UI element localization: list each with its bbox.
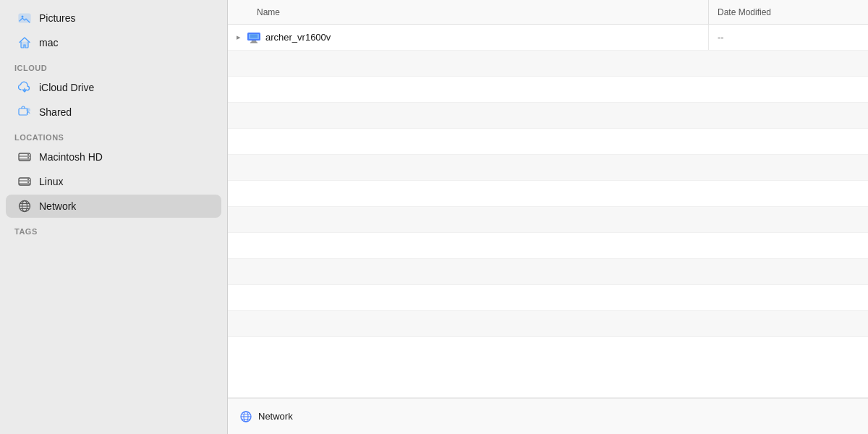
sidebar-item-label-linux: Linux bbox=[39, 176, 63, 187]
tags-section-label: Tags bbox=[0, 218, 227, 239]
file-name: archer_vr1600v bbox=[265, 32, 331, 43]
sidebar-item-shared[interactable]: Shared bbox=[6, 101, 221, 124]
table-row bbox=[228, 129, 868, 155]
table-row bbox=[228, 233, 868, 259]
table-row bbox=[228, 285, 868, 311]
svg-point-1 bbox=[22, 16, 24, 18]
svg-point-7 bbox=[27, 154, 29, 156]
sidebar-item-label-mac: mac bbox=[39, 37, 58, 48]
pictures-icon bbox=[17, 11, 32, 25]
column-headers: Name Date Modified bbox=[228, 0, 868, 25]
bottom-bar-label: Network bbox=[258, 411, 293, 422]
table-row bbox=[228, 51, 868, 77]
table-row bbox=[228, 207, 868, 233]
column-name-header: Name bbox=[228, 0, 709, 24]
sidebar-item-label-pictures: Pictures bbox=[39, 12, 76, 24]
column-date-header: Date Modified bbox=[709, 0, 868, 24]
sidebar: Pictures mac iCloud iCloud Drive bbox=[0, 0, 228, 434]
svg-point-13 bbox=[27, 182, 29, 183]
bottom-bar: Network bbox=[228, 398, 868, 434]
disk-icon-macintosh bbox=[17, 150, 32, 164]
svg-point-8 bbox=[27, 157, 29, 158]
svg-point-3 bbox=[27, 109, 30, 112]
expand-chevron-icon[interactable]: ▸ bbox=[237, 33, 241, 42]
file-name-cell: ▸ archer_vr1600v bbox=[228, 25, 709, 50]
sidebar-item-label-icloud-drive: iCloud Drive bbox=[39, 82, 94, 93]
table-row bbox=[228, 181, 868, 207]
computer-icon bbox=[247, 32, 261, 43]
sidebar-item-label-macintosh-hd: Macintosh HD bbox=[39, 151, 103, 163]
file-date: -- bbox=[709, 32, 868, 43]
icloud-icon bbox=[17, 80, 32, 95]
icloud-section-label: iCloud bbox=[0, 55, 227, 75]
sidebar-item-network[interactable]: Network bbox=[6, 195, 221, 218]
sidebar-item-label-shared: Shared bbox=[39, 106, 72, 118]
network-globe-icon bbox=[239, 410, 252, 423]
sidebar-item-mac[interactable]: mac bbox=[6, 31, 221, 54]
shared-icon bbox=[17, 105, 32, 119]
svg-point-12 bbox=[27, 179, 29, 180]
sidebar-item-label-network: Network bbox=[39, 200, 76, 212]
table-row bbox=[228, 103, 868, 129]
disk-icon-linux bbox=[17, 174, 32, 189]
table-row bbox=[228, 337, 868, 398]
network-icon bbox=[17, 199, 32, 213]
file-list: ▸ archer_vr1600v -- bbox=[228, 25, 868, 398]
sidebar-item-linux[interactable]: Linux bbox=[6, 170, 221, 193]
home-icon bbox=[17, 35, 32, 50]
svg-rect-21 bbox=[250, 34, 258, 38]
table-row bbox=[228, 155, 868, 181]
locations-section-label: Locations bbox=[0, 124, 227, 145]
table-row bbox=[228, 311, 868, 337]
sidebar-item-icloud-drive[interactable]: iCloud Drive bbox=[6, 76, 221, 99]
table-row bbox=[228, 259, 868, 285]
sidebar-item-pictures[interactable]: Pictures bbox=[6, 7, 221, 30]
table-row bbox=[228, 77, 868, 103]
main-content: Name Date Modified ▸ archer_vr1600v -- bbox=[228, 0, 868, 434]
sidebar-item-macintosh-hd[interactable]: Macintosh HD bbox=[6, 145, 221, 169]
table-row[interactable]: ▸ archer_vr1600v -- bbox=[228, 25, 868, 51]
